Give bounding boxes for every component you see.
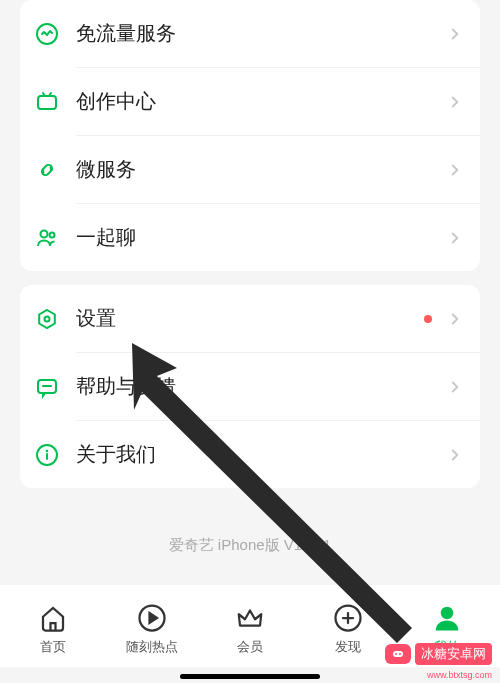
link-icon <box>34 157 60 183</box>
version-text: 爱奇艺 iPhone版 V13.11 <box>0 536 500 555</box>
chevron-right-icon <box>446 229 464 247</box>
list-item-label: 帮助与反馈 <box>76 373 446 400</box>
home-icon <box>37 602 69 634</box>
info-icon <box>34 442 60 468</box>
list-item-free-data[interactable]: 免流量服务 <box>20 0 480 67</box>
tab-label: 首页 <box>40 638 66 656</box>
tab-hot[interactable]: 随刻热点 <box>102 602 200 656</box>
crown-icon <box>234 602 266 634</box>
list-item-chat-together[interactable]: 一起聊 <box>20 204 480 271</box>
watermark-url: www.btxtsg.com <box>427 670 492 680</box>
chevron-right-icon <box>446 378 464 396</box>
people-icon <box>34 225 60 251</box>
gear-icon <box>34 306 60 332</box>
tab-vip[interactable]: 会员 <box>201 602 299 656</box>
list-item-creator-center[interactable]: 创作中心 <box>20 68 480 135</box>
watermark-icon <box>385 644 411 664</box>
chevron-right-icon <box>446 161 464 179</box>
svg-point-18 <box>399 653 401 655</box>
tab-label: 发现 <box>335 638 361 656</box>
list-item-label: 关于我们 <box>76 441 446 468</box>
chat-icon <box>34 374 60 400</box>
svg-point-5 <box>45 316 50 321</box>
chevron-right-icon <box>446 25 464 43</box>
notification-dot-icon <box>424 315 432 323</box>
svg-rect-1 <box>38 96 56 109</box>
svg-point-17 <box>395 653 397 655</box>
list-item-settings[interactable]: 设置 <box>20 285 480 352</box>
svg-point-2 <box>41 230 48 237</box>
list-item-about-us[interactable]: 关于我们 <box>20 421 480 488</box>
watermark: 冰糖安卓网 www.btxtsg.com <box>385 643 492 665</box>
list-item-label: 微服务 <box>76 156 446 183</box>
chevron-right-icon <box>446 310 464 328</box>
list-item-label: 免流量服务 <box>76 20 446 47</box>
tab-discover[interactable]: 发现 <box>299 602 397 656</box>
list-item-micro-service[interactable]: 微服务 <box>20 136 480 203</box>
chevron-right-icon <box>446 446 464 464</box>
svg-point-14 <box>441 607 454 620</box>
list-item-label: 一起聊 <box>76 224 446 251</box>
person-icon <box>431 602 463 634</box>
list-item-help-feedback[interactable]: 帮助与反馈 <box>20 353 480 420</box>
svg-rect-16 <box>393 651 403 657</box>
list-item-label: 设置 <box>76 305 424 332</box>
watermark-text: 冰糖安卓网 <box>415 643 492 665</box>
tab-home[interactable]: 首页 <box>4 602 102 656</box>
list-item-label: 创作中心 <box>76 88 446 115</box>
play-circle-icon <box>136 602 168 634</box>
chevron-right-icon <box>446 93 464 111</box>
svg-point-3 <box>50 232 55 237</box>
wave-icon <box>34 21 60 47</box>
tab-label: 会员 <box>237 638 263 656</box>
tab-label: 随刻热点 <box>126 638 178 656</box>
svg-marker-4 <box>39 310 55 328</box>
video-icon <box>34 89 60 115</box>
settings-list-card-2: 设置 帮助与反馈 关于我们 <box>20 285 480 488</box>
plus-circle-icon <box>332 602 364 634</box>
settings-list-card-1: 免流量服务 创作中心 微服务 <box>20 0 480 271</box>
home-indicator <box>180 674 320 679</box>
